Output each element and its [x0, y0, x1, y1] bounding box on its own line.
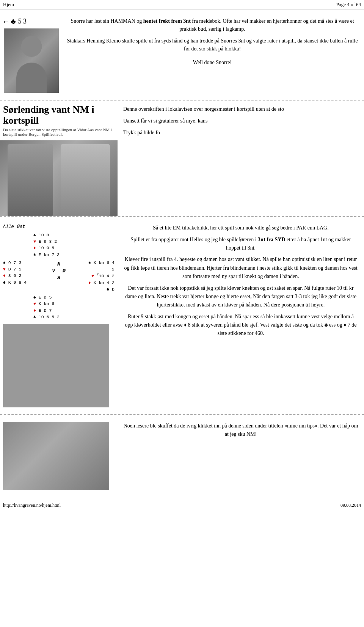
bridge-east-hand: ♠ K kn 6 4 2 ♥ r10 4 3 ♦ K kn 4 3 ♣ D: [84, 259, 115, 292]
compass-row: V Ø: [52, 268, 66, 275]
bridge-compass: N V Ø S: [44, 259, 74, 282]
south-club: ♣ 10 6 5 2: [33, 314, 115, 320]
bridge-diagram: Alle Øst ♠ ♠ 10 810 8 ♥ E 9 8 2 ♦ 10 9 5…: [3, 224, 115, 320]
top-left-panel: ⌐ ♣ 5 3: [0, 13, 61, 96]
page-indicator: Page 4 of 64: [336, 2, 361, 8]
bridge-middle-row: ♠ 9 7 3 ♥ D 7 5 ♦ 8 6 2 ♣ K 9 8 4 N V Ø …: [3, 259, 115, 292]
card-game-left-panel: Alle Øst ♠ ♠ 10 810 8 ♥ E 9 8 2 ♦ 10 9 5…: [0, 221, 118, 410]
card-numbers: 5 3: [18, 17, 27, 25]
east-club: ♣ D: [84, 286, 115, 292]
header-bar: Hjem Page 4 of 64: [0, 0, 364, 9]
alle-label: Alle: [3, 224, 14, 230]
north-spade: ♠ ♠ 10 810 8: [33, 232, 115, 238]
nm-person-1-img: [8, 144, 53, 216]
card-game-right-panel: Så et lite EM tilbakeblikk, her ett spil…: [118, 221, 364, 410]
game-text-5: Ruter 9 stakk øst med kongen og esset på…: [123, 313, 358, 338]
east-spade: ♠ K kn 6 4 2: [84, 259, 115, 273]
west-heart: ♥ D 7 5: [3, 266, 33, 272]
nm-left-panel: Sørlending vant NM i kortspill Da siste …: [0, 101, 118, 216]
nm-text-3: Trykk på bilde fo: [123, 129, 358, 137]
east-diamond: ♦ K kn 4 3: [84, 280, 115, 286]
bottom-left-panel: [0, 419, 118, 493]
game-text-2: Spillet er fra oppgjøret mot Helles og j…: [123, 236, 358, 253]
nm-text-1: Denne overskriften i lokalavisen over no…: [123, 105, 358, 113]
west-spade: ♠ 9 7 3: [3, 259, 33, 266]
top-right-text: Snorre har lest sin HAMMAN og hentet fre…: [61, 13, 364, 96]
compass-n: N: [57, 261, 60, 268]
game-text-4: Det var forsatt ikke nok toppstikk så je…: [123, 284, 358, 310]
east-heart: ♥ r10 4 3: [84, 272, 115, 279]
north-club: ♣ E kn 7 3: [33, 251, 115, 258]
card-icon-row: ⌐ ♣ 5 3: [4, 16, 27, 26]
west-diamond: ♦ 8 6 2: [3, 272, 33, 279]
compass-s: S: [57, 275, 60, 281]
section-bottom: Noen lesere ble skuffet da de ivrig klik…: [0, 415, 364, 497]
section-nm: Sørlending vant NM i kortspill Da siste …: [0, 101, 364, 217]
ost-label: Øst: [17, 224, 25, 230]
game-text-1: Så et lite EM tilbakeblikk, her ett spil…: [123, 224, 358, 232]
game-text-3: Kløver fire i utspill fra 4. høyeste og …: [123, 255, 358, 281]
north-diamond: ♦ 10 9 5: [33, 245, 115, 251]
bridge-west-hand: ♠ 9 7 3 ♥ D 7 5 ♦ 8 6 2 ♣ K 9 8 4: [3, 259, 33, 286]
nm-headline: Sørlending vant NM i kortspill Da siste …: [0, 101, 118, 140]
bridge-south-hand: ♠ E D 5 ♥ K kn 6 ♦ E D 7 ♣ 10 6 5 2: [3, 294, 115, 320]
text-p1-pre: Snorre har lest sin HAMMAN og: [71, 18, 143, 24]
text-p1-rest: fra meldebok. Ofte har vel makker en hje…: [179, 18, 354, 32]
text-p1-bold: hentet frekt frem 3nt: [143, 18, 191, 24]
footer-bar: http://kvangraven.no/hjem.html 09.08.201…: [0, 501, 364, 510]
nm-text-2: Uansett får vi si gratulerer så mye, kan…: [123, 117, 358, 125]
card-bracket: ⌐: [4, 16, 8, 26]
card-game-player-photo: [3, 324, 109, 407]
well-done-label: Well done Snorre!: [66, 58, 358, 66]
bridge-north-hand: ♠ ♠ 10 810 8 ♥ E 9 8 2 ♦ 10 9 5 ♣ E kn 7…: [3, 232, 115, 258]
nm-right-panel: Denne overskriften i lokalavisen over no…: [118, 101, 364, 216]
footer-url[interactable]: http://kvangraven.no/hjem.html: [3, 503, 61, 508]
bottom-right-panel: Noen lesere ble skuffet da de ivrig klik…: [118, 419, 364, 493]
compass-v: V: [52, 268, 55, 275]
game-text-2-pre: Spillet er fra oppgjøret mot Helles og j…: [131, 237, 258, 242]
club-suit-icon: ♣: [11, 17, 16, 26]
game-text-2-bold: 3nt fra SYD: [258, 237, 285, 242]
west-club: ♣ K 9 8 4: [3, 279, 33, 286]
bottom-text-1: Noen lesere ble skuffet da de ivrig klik…: [123, 422, 358, 439]
bridge-labels: Alle Øst: [3, 224, 115, 230]
north-heart: ♥ E 9 8 2: [33, 238, 115, 245]
south-heart: ♥ K kn 6: [33, 300, 115, 307]
player-face-photo: [3, 324, 109, 407]
well-done-text: Well done Snorre!: [66, 58, 358, 66]
section-card-game: Alle Øst ♠ ♠ 10 810 8 ♥ E 9 8 2 ♦ 10 9 5…: [0, 217, 364, 415]
south-spade: ♠ E D 5: [33, 294, 115, 300]
section-top: ⌐ ♣ 5 3 Snorre har lest sin HAMMAN og he…: [0, 9, 364, 101]
site-title: Hjem: [3, 2, 14, 8]
nm-headline-title: Sørlending vant NM i kortspill: [3, 104, 115, 126]
text-paragraph-2: Stakkars Henning Klemo skulle spille ut …: [66, 37, 358, 53]
bottom-photo: [3, 422, 109, 490]
south-diamond: ♦ E D 7: [33, 307, 115, 314]
footer-date: 09.08.2014: [340, 503, 361, 508]
nm-person-2-img: [61, 144, 110, 216]
person-photo-1: [4, 28, 59, 93]
text-paragraph-1: Snorre har lest sin HAMMAN og hentet fre…: [66, 17, 358, 33]
alle-text: Alle: [3, 224, 14, 229]
nm-photo[interactable]: [0, 140, 118, 216]
nm-headline-subtitle: Da siste stikket var tatt viste opptelli…: [3, 127, 115, 137]
compass-o: Ø: [63, 268, 66, 275]
ost-text: Øst: [17, 224, 25, 229]
